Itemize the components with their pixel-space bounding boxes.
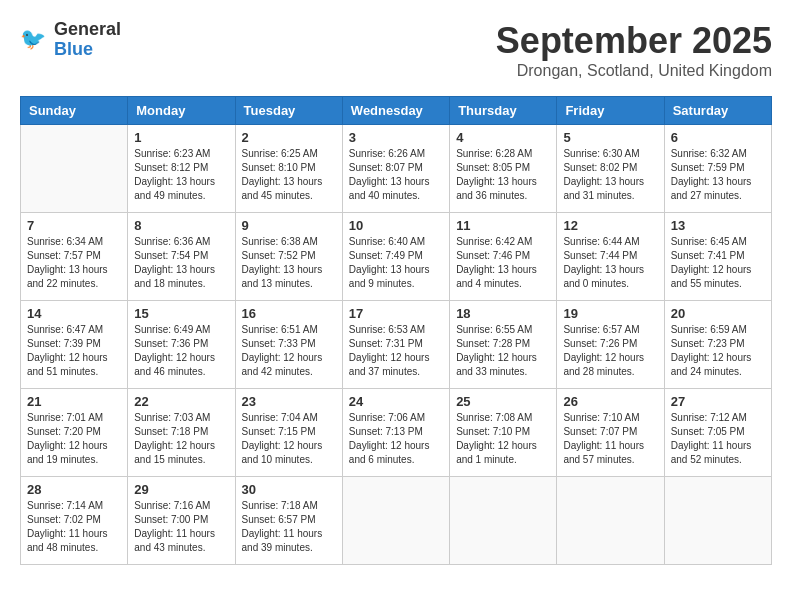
logo: 🐦 General Blue	[20, 20, 121, 60]
calendar-cell: 3Sunrise: 6:26 AMSunset: 8:07 PMDaylight…	[342, 125, 449, 213]
day-number: 1	[134, 130, 228, 145]
day-number: 9	[242, 218, 336, 233]
cell-details: Sunrise: 7:08 AMSunset: 7:10 PMDaylight:…	[456, 411, 550, 467]
cell-details: Sunrise: 6:42 AMSunset: 7:46 PMDaylight:…	[456, 235, 550, 291]
cell-details: Sunrise: 7:18 AMSunset: 6:57 PMDaylight:…	[242, 499, 336, 555]
calendar-cell: 13Sunrise: 6:45 AMSunset: 7:41 PMDayligh…	[664, 213, 771, 301]
calendar-cell: 24Sunrise: 7:06 AMSunset: 7:13 PMDayligh…	[342, 389, 449, 477]
calendar-cell: 20Sunrise: 6:59 AMSunset: 7:23 PMDayligh…	[664, 301, 771, 389]
day-number: 26	[563, 394, 657, 409]
cell-details: Sunrise: 6:23 AMSunset: 8:12 PMDaylight:…	[134, 147, 228, 203]
svg-text:🐦: 🐦	[20, 26, 47, 52]
day-number: 18	[456, 306, 550, 321]
day-number: 28	[27, 482, 121, 497]
day-number: 27	[671, 394, 765, 409]
cell-details: Sunrise: 6:40 AMSunset: 7:49 PMDaylight:…	[349, 235, 443, 291]
cell-details: Sunrise: 6:44 AMSunset: 7:44 PMDaylight:…	[563, 235, 657, 291]
day-number: 7	[27, 218, 121, 233]
calendar-cell: 21Sunrise: 7:01 AMSunset: 7:20 PMDayligh…	[21, 389, 128, 477]
day-number: 5	[563, 130, 657, 145]
cell-details: Sunrise: 7:16 AMSunset: 7:00 PMDaylight:…	[134, 499, 228, 555]
calendar-day-header: Friday	[557, 97, 664, 125]
cell-details: Sunrise: 7:14 AMSunset: 7:02 PMDaylight:…	[27, 499, 121, 555]
calendar-cell: 7Sunrise: 6:34 AMSunset: 7:57 PMDaylight…	[21, 213, 128, 301]
day-number: 30	[242, 482, 336, 497]
cell-details: Sunrise: 6:49 AMSunset: 7:36 PMDaylight:…	[134, 323, 228, 379]
calendar-week-row: 21Sunrise: 7:01 AMSunset: 7:20 PMDayligh…	[21, 389, 772, 477]
calendar-table: SundayMondayTuesdayWednesdayThursdayFrid…	[20, 96, 772, 565]
calendar-cell: 22Sunrise: 7:03 AMSunset: 7:18 PMDayligh…	[128, 389, 235, 477]
calendar-day-header: Saturday	[664, 97, 771, 125]
calendar-cell: 29Sunrise: 7:16 AMSunset: 7:00 PMDayligh…	[128, 477, 235, 565]
calendar-subtitle: Drongan, Scotland, United Kingdom	[496, 62, 772, 80]
calendar-cell	[342, 477, 449, 565]
day-number: 23	[242, 394, 336, 409]
cell-details: Sunrise: 6:59 AMSunset: 7:23 PMDaylight:…	[671, 323, 765, 379]
cell-details: Sunrise: 6:53 AMSunset: 7:31 PMDaylight:…	[349, 323, 443, 379]
cell-details: Sunrise: 7:10 AMSunset: 7:07 PMDaylight:…	[563, 411, 657, 467]
cell-details: Sunrise: 6:57 AMSunset: 7:26 PMDaylight:…	[563, 323, 657, 379]
cell-details: Sunrise: 7:04 AMSunset: 7:15 PMDaylight:…	[242, 411, 336, 467]
calendar-cell: 11Sunrise: 6:42 AMSunset: 7:46 PMDayligh…	[450, 213, 557, 301]
calendar-cell: 6Sunrise: 6:32 AMSunset: 7:59 PMDaylight…	[664, 125, 771, 213]
day-number: 19	[563, 306, 657, 321]
calendar-cell: 30Sunrise: 7:18 AMSunset: 6:57 PMDayligh…	[235, 477, 342, 565]
cell-details: Sunrise: 6:30 AMSunset: 8:02 PMDaylight:…	[563, 147, 657, 203]
cell-details: Sunrise: 6:36 AMSunset: 7:54 PMDaylight:…	[134, 235, 228, 291]
day-number: 13	[671, 218, 765, 233]
calendar-week-row: 1Sunrise: 6:23 AMSunset: 8:12 PMDaylight…	[21, 125, 772, 213]
calendar-cell: 18Sunrise: 6:55 AMSunset: 7:28 PMDayligh…	[450, 301, 557, 389]
day-number: 20	[671, 306, 765, 321]
cell-details: Sunrise: 6:32 AMSunset: 7:59 PMDaylight:…	[671, 147, 765, 203]
calendar-cell	[557, 477, 664, 565]
calendar-week-row: 28Sunrise: 7:14 AMSunset: 7:02 PMDayligh…	[21, 477, 772, 565]
day-number: 12	[563, 218, 657, 233]
calendar-cell: 10Sunrise: 6:40 AMSunset: 7:49 PMDayligh…	[342, 213, 449, 301]
calendar-cell	[664, 477, 771, 565]
day-number: 29	[134, 482, 228, 497]
day-number: 25	[456, 394, 550, 409]
calendar-day-header: Monday	[128, 97, 235, 125]
calendar-title: September 2025	[496, 20, 772, 62]
day-number: 16	[242, 306, 336, 321]
calendar-day-header: Sunday	[21, 97, 128, 125]
day-number: 6	[671, 130, 765, 145]
cell-details: Sunrise: 6:45 AMSunset: 7:41 PMDaylight:…	[671, 235, 765, 291]
calendar-day-header: Thursday	[450, 97, 557, 125]
day-number: 3	[349, 130, 443, 145]
calendar-cell: 1Sunrise: 6:23 AMSunset: 8:12 PMDaylight…	[128, 125, 235, 213]
calendar-cell: 2Sunrise: 6:25 AMSunset: 8:10 PMDaylight…	[235, 125, 342, 213]
calendar-cell: 19Sunrise: 6:57 AMSunset: 7:26 PMDayligh…	[557, 301, 664, 389]
cell-details: Sunrise: 6:47 AMSunset: 7:39 PMDaylight:…	[27, 323, 121, 379]
calendar-cell: 12Sunrise: 6:44 AMSunset: 7:44 PMDayligh…	[557, 213, 664, 301]
cell-details: Sunrise: 6:55 AMSunset: 7:28 PMDaylight:…	[456, 323, 550, 379]
cell-details: Sunrise: 7:06 AMSunset: 7:13 PMDaylight:…	[349, 411, 443, 467]
day-number: 4	[456, 130, 550, 145]
calendar-cell: 25Sunrise: 7:08 AMSunset: 7:10 PMDayligh…	[450, 389, 557, 477]
calendar-cell: 14Sunrise: 6:47 AMSunset: 7:39 PMDayligh…	[21, 301, 128, 389]
day-number: 11	[456, 218, 550, 233]
calendar-cell: 15Sunrise: 6:49 AMSunset: 7:36 PMDayligh…	[128, 301, 235, 389]
title-section: September 2025 Drongan, Scotland, United…	[496, 20, 772, 80]
cell-details: Sunrise: 7:12 AMSunset: 7:05 PMDaylight:…	[671, 411, 765, 467]
calendar-cell: 23Sunrise: 7:04 AMSunset: 7:15 PMDayligh…	[235, 389, 342, 477]
day-number: 24	[349, 394, 443, 409]
cell-details: Sunrise: 6:26 AMSunset: 8:07 PMDaylight:…	[349, 147, 443, 203]
calendar-cell: 27Sunrise: 7:12 AMSunset: 7:05 PMDayligh…	[664, 389, 771, 477]
calendar-cell	[450, 477, 557, 565]
logo-icon: 🐦	[20, 25, 50, 55]
calendar-cell: 16Sunrise: 6:51 AMSunset: 7:33 PMDayligh…	[235, 301, 342, 389]
calendar-cell: 9Sunrise: 6:38 AMSunset: 7:52 PMDaylight…	[235, 213, 342, 301]
calendar-cell: 4Sunrise: 6:28 AMSunset: 8:05 PMDaylight…	[450, 125, 557, 213]
day-number: 8	[134, 218, 228, 233]
day-number: 17	[349, 306, 443, 321]
logo-text: General Blue	[54, 20, 121, 60]
calendar-day-header: Tuesday	[235, 97, 342, 125]
calendar-week-row: 7Sunrise: 6:34 AMSunset: 7:57 PMDaylight…	[21, 213, 772, 301]
day-number: 22	[134, 394, 228, 409]
day-number: 10	[349, 218, 443, 233]
calendar-cell: 17Sunrise: 6:53 AMSunset: 7:31 PMDayligh…	[342, 301, 449, 389]
cell-details: Sunrise: 6:34 AMSunset: 7:57 PMDaylight:…	[27, 235, 121, 291]
calendar-week-row: 14Sunrise: 6:47 AMSunset: 7:39 PMDayligh…	[21, 301, 772, 389]
cell-details: Sunrise: 6:51 AMSunset: 7:33 PMDaylight:…	[242, 323, 336, 379]
